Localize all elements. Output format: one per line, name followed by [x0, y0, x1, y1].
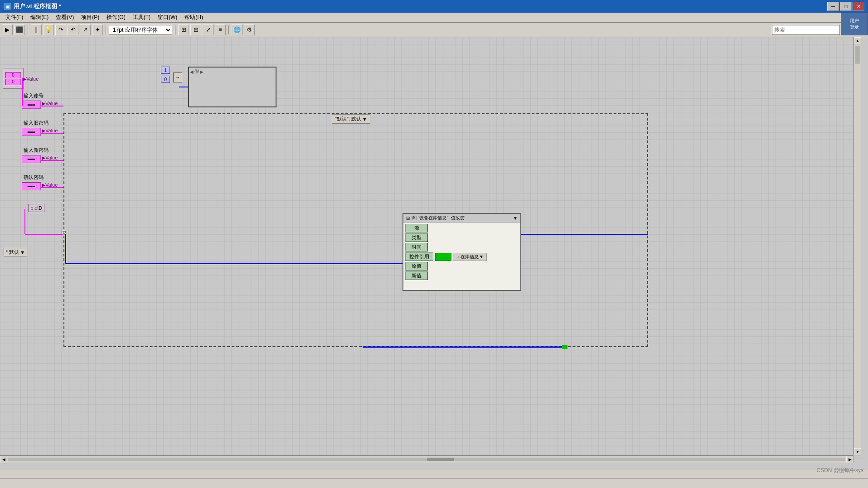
run-button[interactable]: ▶: [2, 24, 13, 35]
scroll-left-btn[interactable]: ◀: [0, 456, 7, 463]
step-over-button[interactable]: ↷: [55, 24, 66, 35]
input-0-val: 0: [5, 72, 21, 78]
scroll-down-btn[interactable]: ▼: [854, 448, 861, 455]
step-into-button[interactable]: ↶: [68, 24, 78, 35]
user-panel-line1: 用户: [850, 18, 859, 24]
confirmpwd-ctrl-value[interactable]: ▬▬▬: [22, 182, 41, 190]
subpanel-left-arrow: ◀: [190, 69, 194, 74]
toolbar: ▶ ⬛ ‖ 💡 ↷ ↶ ↗ ✦ 17pt 应用程序字体 ⊞ ⊟ ⤢ ≡ 🌐 ⚙ …: [0, 23, 868, 37]
step-out-button[interactable]: ↗: [80, 24, 91, 35]
scroll-up-btn[interactable]: ▲: [854, 37, 861, 44]
dropdown-arrow-icon: ▼: [362, 116, 367, 122]
toolbar-separator-1: [28, 25, 28, 34]
menu-operate[interactable]: 操作(O): [103, 13, 129, 22]
id-home-icon: ⌂: [30, 205, 34, 211]
confirmpwd-ctrl-label: 确认密码: [24, 174, 44, 181]
db-event-box: ⊟ [6] "设备在库信息": 值改变 ▼ 源 类型 时间 控件引用: [402, 213, 521, 291]
default-dropdown-small[interactable]: * 默认 ▼: [4, 248, 27, 256]
time-btn[interactable]: 时间: [405, 243, 428, 251]
highlight-button[interactable]: 💡: [43, 24, 54, 35]
default-dd-small-text: * 默认: [6, 249, 19, 256]
scroll-thumb-h[interactable]: [427, 458, 454, 461]
scroll-track-h: [8, 458, 845, 461]
align-button[interactable]: ⊞: [178, 24, 189, 35]
abort-button[interactable]: ⬛: [14, 24, 25, 35]
oldpwd-ctrl-label: 输入旧密码: [24, 120, 48, 126]
search-input[interactable]: [772, 25, 840, 35]
numeric-const-0[interactable]: 0: [161, 76, 170, 83]
menu-help[interactable]: 帮助(H): [181, 13, 207, 22]
inlib-dropdown-arrow[interactable]: ▼: [479, 254, 484, 259]
maximize-button[interactable]: □: [840, 2, 852, 11]
watermark: CSDN @慢蜗牛sys: [816, 467, 863, 474]
db-row-type: 类型: [403, 233, 520, 242]
numeric-const-1[interactable]: 1: [161, 67, 170, 74]
input-array-box: 0 0: [3, 68, 24, 89]
menu-edit[interactable]: 编辑(E): [27, 13, 52, 22]
default-dropdown-text: "默认": 默认: [335, 116, 361, 122]
extra-button[interactable]: ⚙: [244, 24, 255, 35]
input-value-label: ▶Value: [23, 76, 39, 82]
toolbar-separator-4: [228, 25, 229, 34]
type-btn[interactable]: 类型: [405, 233, 428, 242]
ctrlref-btn[interactable]: 控件引用: [405, 252, 433, 261]
env-button[interactable]: 🌐: [232, 24, 242, 35]
menu-tools[interactable]: 工具(T): [129, 13, 154, 22]
menu-file[interactable]: 文件(F): [2, 13, 27, 22]
db-row-newval: 新值: [403, 271, 520, 280]
scroll-thumb-v[interactable]: [855, 45, 860, 63]
reorder-button[interactable]: ≡: [215, 24, 226, 35]
clean-button[interactable]: ✦: [92, 24, 103, 35]
oldpwd-ctrl-value[interactable]: ▬▬▬: [22, 128, 41, 136]
db-event-title-icon: ⊟: [406, 216, 410, 221]
window-title: 用户.vi 程序框图 *: [14, 2, 61, 10]
id-node[interactable]: ⌂ ⌂ID: [28, 204, 44, 212]
confirmpwd-value-inner: ▬▬▬: [28, 184, 35, 188]
pause-button[interactable]: ‖: [31, 24, 42, 35]
statusbar: [0, 478, 868, 488]
tunnel-indicator: ▽: [62, 230, 67, 235]
menu-window[interactable]: 窗口(W): [154, 13, 181, 22]
newpwd-ctrl-value[interactable]: ▬▬▬: [22, 155, 41, 163]
canvas[interactable]: "默认": 默认 ▼ 1 0 → ◀ 假 ▶ 0 0 ▶Value: [0, 37, 861, 463]
subpanel-right-arrow: ▶: [200, 69, 204, 74]
oldval-btn[interactable]: 原值: [405, 262, 428, 271]
db-event-expand-icon[interactable]: ▼: [513, 216, 518, 221]
app-icon: ▣: [4, 3, 11, 10]
distribute-button[interactable]: ⊟: [190, 24, 201, 35]
menu-view[interactable]: 查看(V): [52, 13, 78, 22]
newpwd-value-inner: ▬▬▬: [28, 157, 35, 161]
db-row-oldval: 原值: [403, 261, 520, 271]
oldpwd-value-text: ▶Value: [42, 128, 58, 134]
scrollbar-horizontal[interactable]: ◀ ▶: [0, 455, 853, 463]
main-area: "默认": 默认 ▼ 1 0 → ◀ 假 ▶ 0 0 ▶Value: [0, 37, 868, 470]
titlebar: ▣ 用户.vi 程序框图 * ─ □ ✕: [0, 0, 868, 13]
minimize-button[interactable]: ─: [827, 2, 839, 11]
scroll-right-btn[interactable]: ▶: [846, 456, 853, 463]
user-panel[interactable]: 用户 登录: [841, 13, 868, 35]
menu-project[interactable]: 项目(P): [78, 13, 103, 22]
default-dropdown-main[interactable]: "默认": 默认 ▼: [332, 114, 370, 124]
subpanel[interactable]: ◀ 假 ▶: [188, 67, 276, 107]
db-event-title-text: [6] "设备在库信息": 值改变: [412, 215, 513, 221]
while-loop-frame: [63, 113, 648, 347]
account-ctrl-label: 输入账号: [24, 92, 44, 99]
scrollbar-vertical[interactable]: ▲ ▼: [853, 37, 861, 455]
newpwd-ctrl-label: 输入新密码: [24, 147, 48, 154]
db-row-ctrlref: 控件引用 → 在库信息 ▼: [403, 252, 520, 261]
inlib-arrow: →: [456, 254, 460, 259]
toolbar-separator-3: [175, 25, 175, 34]
oldpwd-value-inner: ▬▬▬: [28, 130, 35, 134]
font-selector[interactable]: 17pt 应用程序字体: [109, 25, 172, 35]
close-button[interactable]: ✕: [853, 2, 864, 11]
resize-button[interactable]: ⤢: [203, 24, 213, 35]
input-1-val: 0: [5, 79, 21, 85]
newval-btn[interactable]: 新值: [405, 271, 428, 280]
source-btn[interactable]: 源: [405, 224, 428, 232]
inlib-info-btn[interactable]: → 在库信息 ▼: [452, 253, 487, 261]
db-row-source: 源: [403, 223, 520, 233]
user-panel-line2: 登录: [850, 24, 859, 30]
account-ctrl-value[interactable]: ▬▬▬: [22, 101, 41, 109]
db-row-time: 时间: [403, 242, 520, 252]
titlebar-left: ▣ 用户.vi 程序框图 *: [4, 2, 61, 10]
